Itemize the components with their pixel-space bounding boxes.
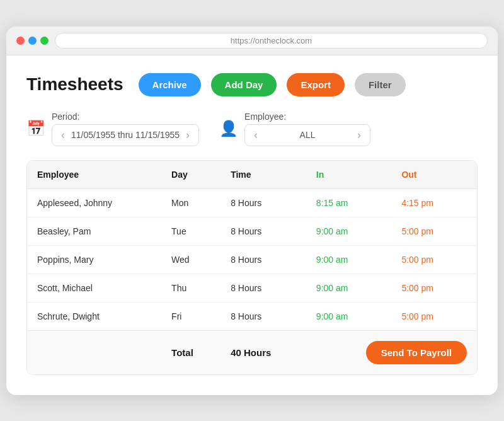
cell-employee: Poppins, Mary <box>27 245 161 274</box>
footer-payroll-cell: Send To Payroll <box>306 330 477 374</box>
filters-row: 📅 Period: ‹ 11/05/1955 thru 11/15/1955 ›… <box>26 112 478 146</box>
cell-time: 8 Hours <box>220 217 306 245</box>
col-header-day: Day <box>161 161 220 189</box>
period-next-button[interactable]: › <box>183 129 192 142</box>
employee-value: ALL <box>264 130 351 140</box>
page-title: Timesheets <box>26 74 123 95</box>
browser-window: https://ontheclock.com Timesheets Archiv… <box>6 26 498 395</box>
cell-day: Fri <box>161 302 220 330</box>
cell-out: 5:00 pm <box>391 274 477 302</box>
dot-red <box>16 37 25 45</box>
cell-day: Wed <box>161 245 220 274</box>
footer-total-label: Total <box>161 330 220 374</box>
period-value: 11/05/1955 thru 11/15/1955 <box>71 130 180 140</box>
cell-in: 9:00 am <box>306 274 392 302</box>
employee-filter-box: ‹ ALL › <box>244 124 370 146</box>
footer-total-value: 40 Hours <box>220 330 306 374</box>
cell-in: 9:00 am <box>306 245 392 274</box>
cell-time: 8 Hours <box>220 274 306 302</box>
table-row: Beasley, Pam Tue 8 Hours 9:00 am 5:00 pm <box>27 217 477 245</box>
cell-time: 8 Hours <box>220 188 306 217</box>
cell-in: 8:15 am <box>306 188 392 217</box>
employee-next-button[interactable]: › <box>355 129 364 142</box>
cell-employee: Beasley, Pam <box>27 217 161 245</box>
header-row: Timesheets Archive Add Day Export Filter <box>26 73 478 96</box>
table-row: Scott, Michael Thu 8 Hours 9:00 am 5:00 … <box>27 274 477 302</box>
cell-out: 5:00 pm <box>391 245 477 274</box>
dot-green <box>40 37 49 45</box>
table-header-row: Employee Day Time In Out <box>27 161 477 189</box>
table-row: Poppins, Mary Wed 8 Hours 9:00 am 5:00 p… <box>27 245 477 274</box>
employee-prev-button[interactable]: ‹ <box>251 129 260 142</box>
period-filter-wrapper: Period: ‹ 11/05/1955 thru 11/15/1955 › <box>52 112 199 146</box>
table-row: Schrute, Dwight Fri 8 Hours 9:00 am 5:00… <box>27 302 477 330</box>
filter-button[interactable]: Filter <box>355 73 406 96</box>
table-body: Appleseed, Johnny Mon 8 Hours 8:15 am 4:… <box>27 188 477 330</box>
timesheets-table-wrapper: Employee Day Time In Out Appleseed, John… <box>26 160 478 375</box>
col-header-time: Time <box>220 161 306 189</box>
cell-employee: Schrute, Dwight <box>27 302 161 330</box>
col-header-in: In <box>306 161 392 189</box>
table-footer-row: Total 40 Hours Send To Payroll <box>27 330 477 374</box>
dot-blue <box>28 37 37 45</box>
period-label: Period: <box>52 112 199 122</box>
archive-button[interactable]: Archive <box>139 73 201 96</box>
cell-employee: Appleseed, Johnny <box>27 188 161 217</box>
export-button[interactable]: Export <box>287 73 345 96</box>
cell-in: 9:00 am <box>306 217 392 245</box>
cell-out: 5:00 pm <box>391 217 477 245</box>
cell-day: Tue <box>161 217 220 245</box>
add-day-button[interactable]: Add Day <box>211 73 277 96</box>
send-to-payroll-button[interactable]: Send To Payroll <box>366 341 467 364</box>
browser-bar: https://ontheclock.com <box>6 26 498 55</box>
cell-day: Mon <box>161 188 220 217</box>
cell-day: Thu <box>161 274 220 302</box>
calendar-icon: 📅 <box>26 120 45 137</box>
person-icon: 👤 <box>219 120 238 137</box>
table-row: Appleseed, Johnny Mon 8 Hours 8:15 am 4:… <box>27 188 477 217</box>
browser-dots <box>16 37 49 45</box>
employee-label: Employee: <box>244 112 370 122</box>
cell-out: 5:00 pm <box>391 302 477 330</box>
timesheets-table: Employee Day Time In Out Appleseed, John… <box>27 161 477 374</box>
app-content: Timesheets Archive Add Day Export Filter… <box>6 55 498 395</box>
period-filter-box: ‹ 11/05/1955 thru 11/15/1955 › <box>52 124 199 146</box>
employee-filter-wrapper: Employee: ‹ ALL › <box>244 112 370 146</box>
cell-time: 8 Hours <box>220 302 306 330</box>
cell-in: 9:00 am <box>306 302 392 330</box>
employee-filter-group: 👤 Employee: ‹ ALL › <box>219 112 370 146</box>
cell-out: 4:15 pm <box>391 188 477 217</box>
period-filter-group: 📅 Period: ‹ 11/05/1955 thru 11/15/1955 › <box>26 112 199 146</box>
url-bar: https://ontheclock.com <box>55 33 488 49</box>
col-header-out: Out <box>391 161 477 189</box>
cell-employee: Scott, Michael <box>27 274 161 302</box>
period-prev-button[interactable]: ‹ <box>59 129 67 142</box>
footer-empty-1 <box>27 330 161 374</box>
col-header-employee: Employee <box>27 161 161 189</box>
cell-time: 8 Hours <box>220 245 306 274</box>
